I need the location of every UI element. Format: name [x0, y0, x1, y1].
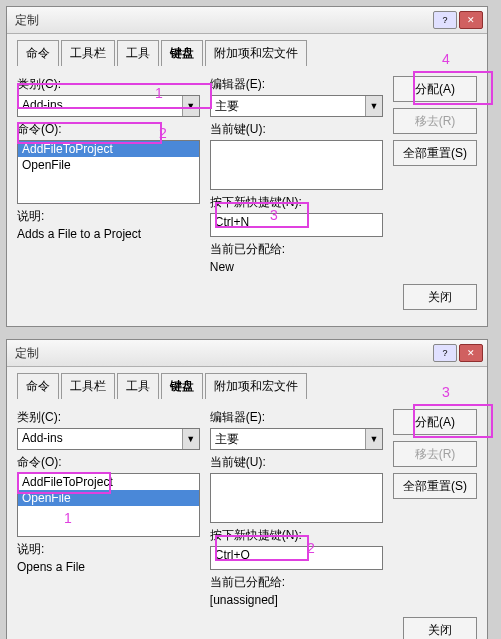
- editor-combo[interactable]: 主要 ▼: [210, 95, 383, 117]
- category-combo[interactable]: Add-ins ▼: [17, 428, 200, 450]
- assigned-value: [unassigned]: [210, 593, 383, 607]
- reset-button[interactable]: 全部重置(S): [393, 473, 477, 499]
- close-button[interactable]: ✕: [459, 344, 483, 362]
- assigned-label: 当前已分配给:: [210, 574, 383, 591]
- current-key-label: 当前键(U):: [210, 121, 383, 138]
- command-label: 命令(O):: [17, 454, 200, 471]
- assigned-value: New: [210, 260, 383, 274]
- description-value: Adds a File to a Project: [17, 227, 200, 241]
- annotation-box: [17, 83, 212, 109]
- editor-value: 主要: [211, 96, 365, 116]
- annotation-box: [17, 472, 111, 494]
- title-text: 定制: [11, 12, 431, 29]
- customize-dialog: 1 2 3 定制 ? ✕ 命令工具栏工具键盘附加项和宏文件 类别(C): Add…: [6, 339, 488, 639]
- editor-label: 编辑器(E):: [210, 409, 383, 426]
- assigned-label: 当前已分配给:: [210, 241, 383, 258]
- annotation-number: 2: [307, 540, 315, 556]
- close-dialog-button[interactable]: 关闭: [403, 617, 477, 639]
- tab-3[interactable]: 键盘: [161, 40, 203, 66]
- help-button[interactable]: ?: [433, 344, 457, 362]
- annotation-number: 1: [64, 510, 72, 526]
- tab-0[interactable]: 命令: [17, 40, 59, 66]
- title-text: 定制: [11, 345, 431, 362]
- annotation-box: [413, 71, 493, 105]
- tab-4[interactable]: 附加项和宏文件: [205, 40, 307, 66]
- description-value: Opens a File: [17, 560, 200, 574]
- tab-strip: 命令工具栏工具键盘附加项和宏文件: [7, 34, 487, 66]
- editor-label: 编辑器(E):: [210, 76, 383, 93]
- chevron-down-icon[interactable]: ▼: [365, 96, 382, 116]
- description-label: 说明:: [17, 541, 200, 558]
- description-label: 说明:: [17, 208, 200, 225]
- chevron-down-icon[interactable]: ▼: [182, 429, 199, 449]
- annotation-box: [413, 404, 493, 438]
- remove-button[interactable]: 移去(R): [393, 441, 477, 467]
- annotation-number: 1: [155, 85, 163, 101]
- remove-button[interactable]: 移去(R): [393, 108, 477, 134]
- tab-1[interactable]: 工具栏: [61, 40, 115, 66]
- command-list[interactable]: AddFileToProjectOpenFile: [17, 140, 200, 204]
- annotation-box: [215, 535, 309, 561]
- tab-0[interactable]: 命令: [17, 373, 59, 399]
- tab-4[interactable]: 附加项和宏文件: [205, 373, 307, 399]
- chevron-down-icon[interactable]: ▼: [365, 429, 382, 449]
- category-value: Add-ins: [18, 429, 182, 449]
- annotation-number: 3: [442, 384, 450, 400]
- titlebar: 定制 ? ✕: [7, 340, 487, 367]
- tab-2[interactable]: 工具: [117, 373, 159, 399]
- annotation-box: [215, 202, 309, 228]
- tab-1[interactable]: 工具栏: [61, 373, 115, 399]
- current-key-box[interactable]: [210, 473, 383, 523]
- tab-3[interactable]: 键盘: [161, 373, 203, 399]
- titlebar: 定制 ? ✕: [7, 7, 487, 34]
- editor-combo[interactable]: 主要 ▼: [210, 428, 383, 450]
- annotation-number: 4: [442, 51, 450, 67]
- category-label: 类别(C):: [17, 409, 200, 426]
- tab-2[interactable]: 工具: [117, 40, 159, 66]
- editor-value: 主要: [211, 429, 365, 449]
- close-dialog-button[interactable]: 关闭: [403, 284, 477, 310]
- close-button[interactable]: ✕: [459, 11, 483, 29]
- tab-strip: 命令工具栏工具键盘附加项和宏文件: [7, 367, 487, 399]
- annotation-number: 2: [159, 125, 167, 141]
- reset-button[interactable]: 全部重置(S): [393, 140, 477, 166]
- current-key-label: 当前键(U):: [210, 454, 383, 471]
- command-item[interactable]: OpenFile: [18, 157, 199, 173]
- annotation-number: 3: [270, 207, 278, 223]
- help-button[interactable]: ?: [433, 11, 457, 29]
- customize-dialog: 1 2 3 4 定制 ? ✕ 命令工具栏工具键盘附加项和宏文件 类别(C): A…: [6, 6, 488, 327]
- annotation-box: [17, 122, 162, 144]
- current-key-box[interactable]: [210, 140, 383, 190]
